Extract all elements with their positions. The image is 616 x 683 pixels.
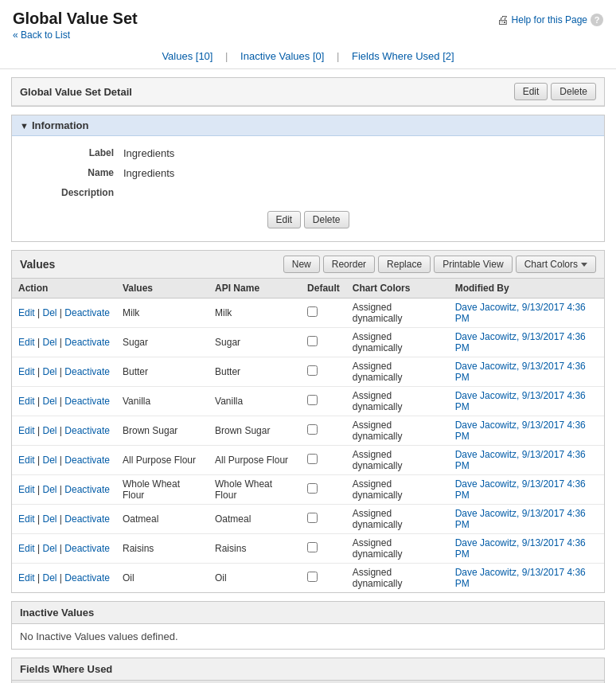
default-cell [301, 534, 346, 564]
edit-link[interactable]: Edit [18, 366, 35, 377]
detail-edit-button[interactable]: Edit [514, 83, 548, 100]
table-row: Edit | Del | Deactivate Raisins Raisins … [12, 534, 604, 564]
api-name-cell: Brown Sugar [209, 416, 301, 446]
printable-view-button[interactable]: Printable View [434, 256, 513, 273]
api-name-cell: Milk [209, 299, 301, 328]
default-cell [301, 299, 346, 328]
api-name-cell: Butter [209, 357, 301, 387]
edit-link[interactable]: Edit [18, 543, 35, 554]
edit-link[interactable]: Edit [18, 396, 35, 407]
edit-link[interactable]: Edit [18, 425, 35, 436]
chart-colors-button[interactable]: Chart Colors [516, 256, 596, 273]
col-values: Values [116, 279, 209, 299]
default-cell [301, 387, 346, 416]
chart-colors-cell: Assigned dynamically [346, 534, 449, 564]
value-cell: Raisins [116, 534, 209, 564]
col-chart-colors: Chart Colors [346, 279, 449, 299]
api-name-cell: Raisins [209, 534, 301, 564]
modified-by-link[interactable]: Dave Jacowitz, 9/13/2017 4:36 PM [455, 567, 586, 589]
edit-link[interactable]: Edit [18, 484, 35, 495]
modified-by-cell: Dave Jacowitz, 9/13/2017 4:36 PM [449, 534, 604, 564]
del-link[interactable]: Del [42, 455, 57, 466]
modified-by-cell: Dave Jacowitz, 9/13/2017 4:36 PM [449, 299, 604, 328]
edit-link[interactable]: Edit [18, 337, 35, 348]
api-name-cell: Whole Wheat Flour [209, 475, 301, 505]
del-link[interactable]: Del [42, 543, 57, 554]
del-link[interactable]: Del [42, 513, 57, 525]
info-delete-button[interactable]: Delete [304, 211, 349, 228]
deactivate-link[interactable]: Deactivate [64, 484, 110, 495]
modified-by-link[interactable]: Dave Jacowitz, 9/13/2017 4:36 PM [455, 508, 586, 530]
deactivate-link[interactable]: Deactivate [64, 455, 110, 466]
page-title: Global Value Set [13, 10, 138, 28]
modified-by-cell: Dave Jacowitz, 9/13/2017 4:36 PM [449, 357, 604, 387]
help-link[interactable]: Help for this Page [512, 14, 587, 25]
deactivate-link[interactable]: Deactivate [64, 366, 110, 377]
table-row: Edit | Del | Deactivate Brown Sugar Brow… [12, 416, 604, 446]
modified-by-link[interactable]: Dave Jacowitz, 9/13/2017 4:36 PM [455, 331, 586, 353]
default-cell [301, 564, 346, 593]
col-api-name: API Name [209, 279, 301, 299]
api-name-cell: Sugar [209, 328, 301, 357]
edit-link[interactable]: Edit [18, 307, 35, 318]
col-action: Action [12, 279, 116, 299]
information-header[interactable]: ▼ Information [12, 115, 604, 136]
deactivate-link[interactable]: Deactivate [64, 425, 110, 436]
chart-colors-cell: Assigned dynamically [346, 475, 449, 505]
deactivate-link[interactable]: Deactivate [64, 307, 110, 318]
edit-link[interactable]: Edit [18, 513, 35, 525]
detail-delete-button[interactable]: Delete [551, 83, 596, 100]
value-cell: Milk [116, 299, 209, 328]
del-link[interactable]: Del [42, 484, 57, 495]
modified-by-link[interactable]: Dave Jacowitz, 9/13/2017 4:36 PM [455, 361, 586, 383]
api-name-cell: Oil [209, 564, 301, 593]
info-edit-button[interactable]: Edit [267, 211, 302, 228]
deactivate-link[interactable]: Deactivate [64, 396, 110, 407]
value-cell: Whole Wheat Flour [116, 475, 209, 505]
tab-inactive-values[interactable]: Inactive Values [0] [240, 50, 324, 62]
table-row: Edit | Del | Deactivate Whole Wheat Flou… [12, 475, 604, 505]
modified-by-cell: Dave Jacowitz, 9/13/2017 4:36 PM [449, 416, 604, 446]
detail-section: Global Value Set Detail Edit Delete [11, 77, 605, 107]
value-cell: Oatmeal [116, 505, 209, 534]
del-link[interactable]: Del [42, 425, 57, 436]
default-cell [301, 416, 346, 446]
deactivate-link[interactable]: Deactivate [64, 543, 110, 554]
back-to-list-link[interactable]: « Back to List [13, 29, 70, 41]
modified-by-link[interactable]: Dave Jacowitz, 9/13/2017 4:36 PM [455, 537, 586, 560]
action-cell: Edit | Del | Deactivate [12, 387, 116, 416]
del-link[interactable]: Del [42, 396, 57, 407]
del-link[interactable]: Del [42, 307, 57, 318]
inactive-body: No Inactive Values values defined. [12, 624, 604, 649]
del-link[interactable]: Del [42, 337, 57, 348]
modified-by-link[interactable]: Dave Jacowitz, 9/13/2017 4:36 PM [455, 449, 586, 471]
action-cell: Edit | Del | Deactivate [12, 416, 116, 446]
name-field-value: Ingredients [123, 167, 604, 179]
edit-link[interactable]: Edit [18, 572, 35, 583]
replace-button[interactable]: Replace [378, 256, 431, 273]
new-button[interactable]: New [283, 256, 320, 273]
del-link[interactable]: Del [42, 572, 57, 583]
name-field-label: Name [12, 167, 123, 179]
modified-by-link[interactable]: Dave Jacowitz, 9/13/2017 4:36 PM [455, 478, 586, 501]
modified-by-link[interactable]: Dave Jacowitz, 9/13/2017 4:36 PM [455, 420, 586, 442]
del-link[interactable]: Del [42, 366, 57, 377]
values-title: Values [20, 258, 55, 271]
description-field-value [123, 187, 604, 198]
default-cell [301, 328, 346, 357]
table-row: Edit | Del | Deactivate Vanilla Vanilla … [12, 387, 604, 416]
default-cell [301, 357, 346, 387]
edit-link[interactable]: Edit [18, 455, 35, 466]
modified-by-link[interactable]: Dave Jacowitz, 9/13/2017 4:36 PM [455, 390, 586, 412]
tab-values[interactable]: Values [10] [162, 50, 212, 62]
reorder-button[interactable]: Reorder [323, 256, 375, 273]
modified-by-link[interactable]: Dave Jacowitz, 9/13/2017 4:36 PM [455, 302, 586, 324]
api-name-cell: All Purpose Flour [209, 446, 301, 475]
information-section: ▼ Information Label Ingredients Name Ing… [11, 115, 605, 242]
values-table: Action Values API Name Default Chart Col… [12, 279, 604, 592]
deactivate-link[interactable]: Deactivate [64, 337, 110, 348]
deactivate-link[interactable]: Deactivate [64, 513, 110, 525]
value-cell: All Purpose Flour [116, 446, 209, 475]
deactivate-link[interactable]: Deactivate [64, 572, 110, 583]
tab-fields-where-used[interactable]: Fields Where Used [2] [352, 50, 454, 62]
